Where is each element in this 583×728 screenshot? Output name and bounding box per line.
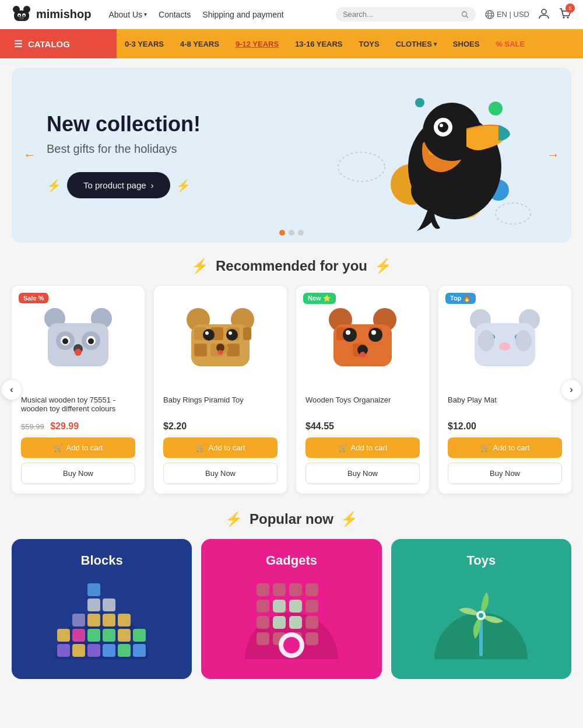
buy-now-button-2[interactable]: Buy Now [163,463,278,484]
svg-rect-97 [118,614,131,626]
product-badge-1: Sale % [19,293,48,303]
nav-about[interactable]: About Us ▾ [108,10,147,19]
svg-point-5 [19,15,20,16]
buy-now-button-3[interactable]: Buy Now [305,463,420,484]
svg-rect-94 [72,614,85,626]
svg-point-72 [346,330,350,335]
product-card-1: Sale % [12,286,145,494]
svg-rect-109 [257,600,269,612]
hero-dot-1[interactable] [279,230,285,236]
svg-rect-111 [289,600,302,612]
svg-rect-105 [257,583,269,596]
account-icon[interactable] [538,7,550,22]
hero-cta-button[interactable]: To product page › [67,172,170,198]
popular-toys[interactable]: Toys [391,539,571,679]
product-name-2: Baby Rings Piramid Toy [163,396,278,416]
cart-button[interactable]: 5 [559,7,571,22]
nav-item-clothes[interactable]: CLOTHES ▾ [388,29,445,58]
svg-rect-91 [103,614,115,626]
recommended-section: ⚡ Recommended for you ⚡ ‹ › Sale % [0,252,583,505]
product-price-old-1: $59.99 [21,422,44,431]
svg-point-81 [499,342,511,351]
cart-icon-2: 🛒 [196,443,205,452]
search-icon [461,10,469,19]
products-prev-button[interactable]: ‹ [1,379,22,400]
cart-icon-1: 🛒 [54,443,63,452]
product-name-3: Wooden Toys Organaizer [305,396,420,416]
buy-now-button-1[interactable]: Buy Now [21,463,135,484]
globe-icon [485,10,494,19]
buy-now-button-4[interactable]: Buy Now [448,463,562,484]
hero-title: New collection! [47,112,536,136]
popular-grid: Blocks [12,539,571,679]
popular-title: ⚡ Popular now ⚡ [12,511,571,527]
nav-item-shoes[interactable]: SHOES [445,29,488,58]
hero-dots [279,230,304,236]
popular-gadgets[interactable]: Gadgets [201,539,381,679]
svg-point-41 [88,338,94,344]
svg-point-9 [462,11,466,16]
nav-shipping[interactable]: Shipping and payment [202,10,283,19]
product-price-4: $12.00 [448,421,562,432]
hero-subtitle: Best gifts for the holidays [47,142,536,156]
product-image-3 [305,295,420,388]
svg-rect-67 [336,344,349,356]
svg-point-70 [343,328,357,342]
svg-rect-102 [133,644,146,657]
header-nav: About Us ▾ Contacts Shipping and payment [108,10,335,19]
svg-rect-90 [103,598,115,611]
nav-contacts[interactable]: Contacts [159,10,191,19]
svg-rect-89 [87,644,100,657]
nav-item-0-3[interactable]: 0-3 YEARS [117,29,172,58]
svg-point-73 [371,330,376,335]
recommended-title: ⚡ Recommended for you ⚡ [12,258,571,274]
popular-blocks[interactable]: Blocks [12,539,192,679]
svg-rect-95 [72,629,85,642]
logo-icon [12,5,31,24]
products-row: Sale % [12,286,571,494]
nav-item-13-16[interactable]: 13-16 YEARS [287,29,350,58]
svg-rect-53 [227,344,240,356]
svg-rect-86 [87,598,100,611]
header-actions: EN | USD 5 [485,7,571,22]
svg-point-60 [218,350,223,355]
svg-point-40 [62,338,68,344]
svg-point-8 [21,17,23,19]
product-price-3: $44.55 [305,421,420,432]
hero-content: New collection! Best gifts for the holid… [12,83,571,228]
add-cart-button-4[interactable]: 🛒 Add to cart [448,438,562,458]
svg-rect-51 [194,344,207,356]
add-cart-button-2[interactable]: 🛒 Add to cart [163,438,278,458]
catalog-button[interactable]: ☰ CATALOG [0,29,117,58]
nav-item-4-8[interactable]: 4-8 YEARS [172,29,227,58]
about-dropdown-icon: ▾ [144,11,147,18]
svg-point-122 [283,637,300,653]
logo[interactable]: mimishop [12,5,91,24]
add-cart-button-1[interactable]: 🛒 Add to cart [21,438,135,458]
hero-dot-3[interactable] [298,230,304,236]
svg-rect-117 [257,632,269,645]
add-cart-button-3[interactable]: 🛒 Add to cart [305,438,420,458]
product-name-1: Musical wooden toy 75551 - wooden toy di… [21,396,135,416]
svg-rect-110 [273,600,286,612]
nav-item-toys[interactable]: TOYS [351,29,388,58]
hero-next-button[interactable]: → [547,148,560,163]
deco-left-icon: ⚡ [191,258,209,274]
product-name-4: Baby Play Mat [448,396,562,416]
product-image-4 [448,295,562,388]
svg-rect-116 [305,616,318,629]
hero-dot-2[interactable] [289,230,294,236]
nav-item-9-12[interactable]: 9-12 YEARS [227,29,287,58]
product-badge-4: Top 🔥 [445,293,476,304]
search-input[interactable] [343,10,458,19]
search-bar[interactable] [336,7,476,22]
product-price-new-1: $29.99 [50,421,79,431]
svg-line-10 [466,16,468,18]
cart-icon-3: 🛒 [338,443,347,452]
svg-point-12 [488,10,491,19]
hero-prev-button[interactable]: ← [23,148,36,163]
nav-item-sale[interactable]: % SALE [487,29,533,58]
lang-selector[interactable]: EN | USD [485,10,529,19]
products-next-button[interactable]: › [561,379,582,400]
product-price-4-val: $12.00 [448,421,476,431]
